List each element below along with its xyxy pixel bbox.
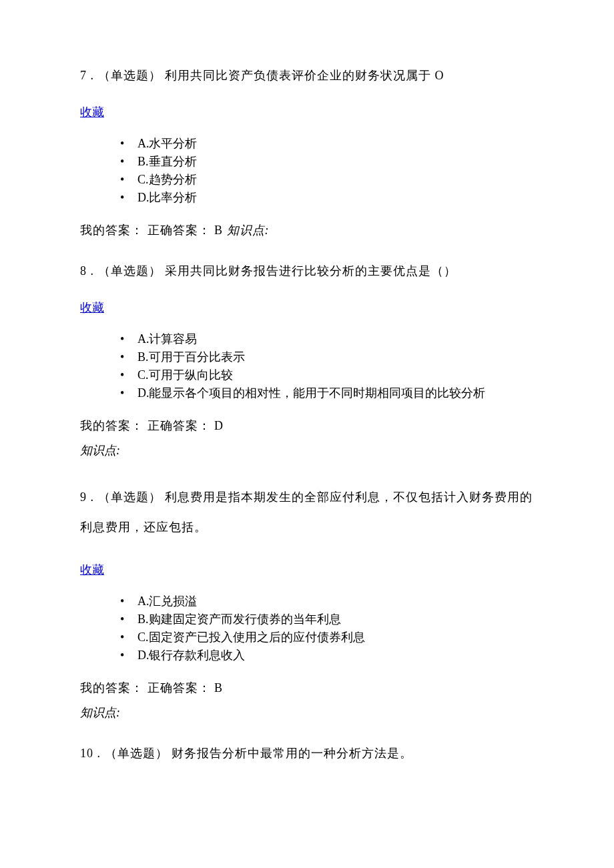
question-number: 8 <box>80 264 87 278</box>
knowledge-point: 知识点: <box>80 704 534 722</box>
question-title: 9 . （单选题） 利息费用是指本期发生的全部应付利息，不仅包括计入财务费用的利… <box>80 482 534 542</box>
favorite-link[interactable]: 收藏 <box>80 299 104 317</box>
list-item: B.可用于百分比表示 <box>120 348 534 366</box>
knowledge-point: 知识点: <box>227 224 270 237</box>
question-text: 采用共同比财务报告进行比较分析的主要优点是（） <box>165 264 456 278</box>
my-answer-label: 我的答案： <box>80 419 143 432</box>
list-item: B.垂直分析 <box>120 153 534 171</box>
options-list: A.汇兑损溢 B.购建固定资产而发行债券的当年利息 C.固定资产已投入使用之后的… <box>120 592 534 665</box>
list-item: B.购建固定资产而发行债券的当年利息 <box>120 610 534 628</box>
question-type: （单选题） <box>98 69 162 82</box>
question-number: 7 <box>80 69 87 82</box>
answer-line: 我的答案： 正确答案： B 知识点: <box>80 222 534 240</box>
correct-answer-value: D <box>214 419 224 432</box>
favorite-link[interactable]: 收藏 <box>80 561 104 579</box>
list-item: A.汇兑损溢 <box>120 592 534 610</box>
question-type: （单选题） <box>105 747 168 760</box>
question-number: 10 <box>80 747 93 760</box>
question-title: 8 . （单选题） 采用共同比财务报告进行比较分析的主要优点是（） <box>80 262 534 280</box>
favorite-link[interactable]: 收藏 <box>80 103 104 121</box>
list-item: C.固定资产已投入使用之后的应付债券利息 <box>120 628 534 646</box>
list-item: A.水平分析 <box>120 135 534 153</box>
correct-answer-value: B <box>214 224 223 237</box>
question-text: 财务报告分析中最常用的一种分析方法是。 <box>172 747 412 760</box>
list-item: D.能显示各个项目的相对性，能用于不同时期相同项目的比较分析 <box>120 384 534 402</box>
knowledge-point: 知识点: <box>80 442 534 460</box>
list-item: C.可用于纵向比较 <box>120 366 534 384</box>
options-list: A.计算容易 B.可用于百分比表示 C.可用于纵向比较 D.能显示各个项目的相对… <box>120 330 534 402</box>
list-item: D.银行存款利息收入 <box>120 646 534 665</box>
list-item: D.比率分析 <box>120 189 534 207</box>
correct-answer-label: 正确答案： <box>147 681 211 695</box>
correct-answer-label: 正确答案： <box>147 224 211 237</box>
answer-line: 我的答案： 正确答案： D <box>80 417 534 435</box>
options-list: A.水平分析 B.垂直分析 C.趋势分析 D.比率分析 <box>120 135 534 207</box>
answer-line: 我的答案： 正确答案： B <box>80 679 534 697</box>
question-type: （单选题） <box>98 490 162 504</box>
question-title: 10 . （单选题） 财务报告分析中最常用的一种分析方法是。 <box>80 745 534 763</box>
my-answer-label: 我的答案： <box>80 224 143 237</box>
list-item: C.趋势分析 <box>120 171 534 189</box>
list-item: A.计算容易 <box>120 330 534 348</box>
question-type: （单选题） <box>98 264 162 278</box>
question-title: 7 . （单选题） 利用共同比资产负债表评价企业的财务状况属于 O <box>80 67 534 85</box>
question-text: 利用共同比资产负债表评价企业的财务状况属于 O <box>165 69 444 82</box>
question-number: 9 <box>80 490 87 504</box>
correct-answer-value: B <box>214 681 223 695</box>
my-answer-label: 我的答案： <box>80 681 143 695</box>
correct-answer-label: 正确答案： <box>147 419 211 432</box>
